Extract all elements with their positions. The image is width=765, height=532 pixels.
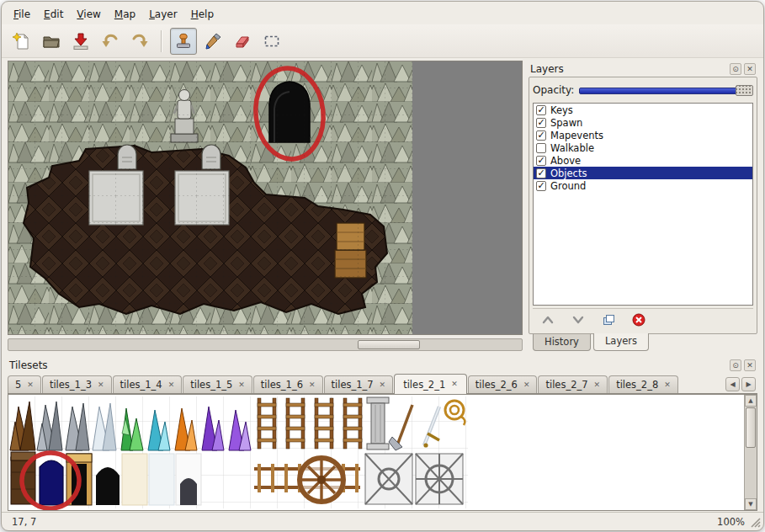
tileset-tab-active[interactable]: tiles_2_1 ✕ xyxy=(394,374,467,394)
map-horizontal-scrollbar[interactable] xyxy=(8,338,523,351)
eraser-tool-button[interactable] xyxy=(229,28,256,55)
tileset-vscroll-handle[interactable] xyxy=(746,407,756,448)
save-map-button[interactable] xyxy=(67,28,94,55)
tab-close-icon[interactable]: ✕ xyxy=(238,381,245,389)
layer-checkbox[interactable]: ✓ xyxy=(536,130,546,141)
tile-pale[interactable] xyxy=(149,454,174,505)
layer-checkbox[interactable]: ✓ xyxy=(536,156,546,166)
tileset-tab-label: 5 xyxy=(15,379,21,391)
tile-wood-wheel[interactable] xyxy=(300,458,343,502)
undo-button[interactable] xyxy=(97,28,124,55)
tileset-tab-label: tiles_1_7 xyxy=(332,379,374,391)
tile-snow-arch[interactable] xyxy=(176,454,201,505)
layers-panel-body: Opacity: ✓ Keys ✓ Spawn xyxy=(529,77,757,334)
layer-checkbox[interactable]: ✓ xyxy=(536,118,546,128)
new-file-icon xyxy=(12,31,32,51)
move-layer-down-button[interactable] xyxy=(570,311,587,328)
tile-metal-grate[interactable] xyxy=(365,454,412,504)
layer-row-walkable[interactable]: Walkable xyxy=(534,141,752,154)
layer-name: Keys xyxy=(550,104,573,116)
copy-layer-icon xyxy=(601,312,616,327)
layer-name: Walkable xyxy=(550,142,594,154)
tab-close-icon[interactable]: ✕ xyxy=(309,381,316,389)
tab-scroll-left-icon[interactable]: ◀ xyxy=(725,377,740,391)
menu-file[interactable]: File xyxy=(7,6,37,23)
tab-close-icon[interactable]: ✕ xyxy=(664,381,671,389)
opacity-label: Opacity: xyxy=(533,84,574,96)
panel-close-icon[interactable]: ✕ xyxy=(744,359,756,371)
tileset-canvas[interactable] xyxy=(8,395,744,510)
delete-layer-button[interactable] xyxy=(630,311,647,328)
layer-row-ground[interactable]: ✓ Ground xyxy=(534,179,752,192)
panel-detach-icon[interactable]: ⊙ xyxy=(730,359,741,371)
tileset-tab[interactable]: tiles_1_6 ✕ xyxy=(253,375,323,393)
tab-close-icon[interactable]: ✕ xyxy=(451,380,458,388)
tab-close-icon[interactable]: ✕ xyxy=(523,381,530,389)
toolbar-separator xyxy=(161,30,162,52)
menu-file-label: File xyxy=(13,8,30,20)
map-canvas[interactable] xyxy=(8,61,412,334)
fill-tool-button[interactable] xyxy=(199,28,226,55)
menu-edit-label: Edit xyxy=(44,8,63,20)
open-map-button[interactable] xyxy=(38,28,65,55)
tile-black-arch[interactable] xyxy=(96,467,120,505)
opacity-slider-fill xyxy=(579,88,752,94)
menu-view[interactable]: View xyxy=(70,6,107,23)
panel-close-icon[interactable]: ✕ xyxy=(744,63,756,75)
tileset-tab-label: tiles_2_6 xyxy=(475,379,518,391)
layer-row-mapevents[interactable]: ✓ Mapevents xyxy=(534,129,752,141)
layer-row-above[interactable]: ✓ Above xyxy=(534,154,752,167)
menu-edit[interactable]: Edit xyxy=(37,6,70,23)
layer-list: ✓ Keys ✓ Spawn ✓ Mapevents Walkable xyxy=(533,103,753,306)
stamp-tool-button[interactable] xyxy=(170,28,197,55)
tilesets-panel-titlebar: Tilesets ⊙ ✕ xyxy=(8,357,757,373)
layer-name: Spawn xyxy=(550,117,582,129)
selected-tile-blue-door[interactable] xyxy=(40,460,63,505)
menu-layer[interactable]: Layer xyxy=(142,6,183,23)
select-tool-button[interactable] xyxy=(258,28,285,55)
menu-help[interactable]: Help xyxy=(184,6,220,23)
duplicate-layer-button[interactable] xyxy=(600,311,617,328)
tab-scroll-right-icon[interactable]: ▶ xyxy=(741,377,756,391)
cursor-coordinates: 17, 7 xyxy=(12,516,36,528)
tileset-tab[interactable]: 5 ✕ xyxy=(8,375,41,393)
layer-row-objects[interactable]: ✓ Objects xyxy=(534,167,752,179)
map-hscroll-handle[interactable] xyxy=(358,340,420,349)
tile-cream[interactable] xyxy=(122,454,147,505)
scroll-down-icon[interactable]: ▼ xyxy=(745,498,757,510)
tileset-tab[interactable]: tiles_2_7 ✕ xyxy=(538,375,608,393)
move-layer-up-button[interactable] xyxy=(539,311,556,328)
tileset-tab[interactable]: tiles_1_7 ✕ xyxy=(324,375,394,393)
layer-row-spawn[interactable]: ✓ Spawn xyxy=(534,116,752,129)
tileset-tab[interactable]: tiles_2_6 ✕ xyxy=(468,375,538,393)
tile-metal-grate[interactable] xyxy=(416,454,463,504)
layer-row-keys[interactable]: ✓ Keys xyxy=(534,104,752,116)
map-viewport[interactable] xyxy=(8,61,523,335)
resize-grip[interactable] xyxy=(750,517,761,528)
tab-close-icon[interactable]: ✕ xyxy=(594,381,601,389)
layer-name: Mapevents xyxy=(550,130,603,141)
tileset-tab[interactable]: tiles_1_5 ✕ xyxy=(183,375,252,393)
redo-button[interactable] xyxy=(126,28,153,55)
layer-checkbox[interactable] xyxy=(536,143,546,153)
opacity-slider-handle[interactable] xyxy=(736,85,753,96)
tab-layers[interactable]: Layers xyxy=(593,333,649,351)
tab-history[interactable]: History xyxy=(533,334,591,351)
tileset-tab[interactable]: tiles_1_3 ✕ xyxy=(42,375,112,393)
panel-detach-icon[interactable]: ⊙ xyxy=(730,63,741,75)
tileset-vertical-scrollbar[interactable]: ▲ ▼ xyxy=(744,395,757,510)
tileset-tab[interactable]: tiles_2_8 ✕ xyxy=(608,375,678,393)
opacity-slider[interactable] xyxy=(579,84,753,97)
tab-close-icon[interactable]: ✕ xyxy=(98,381,104,389)
layer-checkbox[interactable]: ✓ xyxy=(536,105,546,115)
menu-map[interactable]: Map xyxy=(108,6,142,23)
tab-close-icon[interactable]: ✕ xyxy=(380,381,386,389)
scroll-up-icon[interactable]: ▲ xyxy=(745,395,757,407)
new-map-button[interactable] xyxy=(8,28,35,55)
tileset-tab[interactable]: tiles_1_4 ✕ xyxy=(113,375,183,393)
tab-close-icon[interactable]: ✕ xyxy=(27,381,34,389)
layer-checkbox[interactable]: ✓ xyxy=(536,168,546,178)
tileset-tab-label: tiles_1_5 xyxy=(190,379,232,391)
tab-close-icon[interactable]: ✕ xyxy=(168,381,175,389)
layer-checkbox[interactable]: ✓ xyxy=(536,181,546,191)
